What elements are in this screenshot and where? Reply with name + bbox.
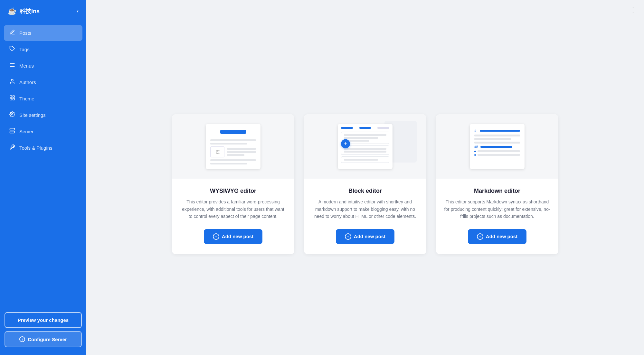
text-line xyxy=(474,135,520,136)
list-dot xyxy=(474,154,476,156)
block-desc: A modern and intuitive editor with short… xyxy=(304,198,426,220)
text-line xyxy=(210,139,256,141)
sidebar: ☕ 科技Ins ▾ Posts Tags Menus Auth xyxy=(0,0,86,355)
text-line xyxy=(210,143,247,145)
sidebar-item-label: Menus xyxy=(19,63,34,69)
block-plus-icon: + xyxy=(341,139,350,148)
more-options-icon[interactable]: ⋮ xyxy=(630,6,637,14)
sidebar-item-label: Tags xyxy=(19,47,30,52)
theme-icon xyxy=(9,95,15,102)
top-bar: ⋮ xyxy=(86,0,644,14)
content-row: 🖼 xyxy=(210,146,256,157)
wysiwyg-card: 🖼 WYSIWYG editor This editor provides a … xyxy=(172,114,294,254)
sidebar-item-tags[interactable]: Tags xyxy=(4,42,82,57)
sidebar-item-label: Tools & Plugins xyxy=(19,145,52,151)
add-icon: + xyxy=(477,233,483,240)
wysiwyg-add-post-button[interactable]: + Add new post xyxy=(204,229,262,244)
md-h1: # xyxy=(474,128,520,133)
authors-icon xyxy=(9,79,15,86)
logo-icon: ☕ xyxy=(8,7,16,15)
md-list-item xyxy=(474,150,520,152)
svg-rect-7 xyxy=(13,98,14,100)
sidebar-item-label: Site settings xyxy=(19,112,46,118)
tools-icon xyxy=(9,144,15,152)
server-icon xyxy=(9,128,15,135)
markdown-preview: # ## xyxy=(470,124,525,169)
sidebar-item-authors[interactable]: Authors xyxy=(4,74,82,90)
svg-point-4 xyxy=(11,79,13,81)
text-line xyxy=(227,151,256,153)
markdown-title: Markdown editor xyxy=(474,188,520,194)
text-line xyxy=(478,150,520,152)
heading-line xyxy=(480,130,520,132)
wysiwyg-preview: 🖼 xyxy=(206,124,260,169)
sidebar-nav: Posts Tags Menus Authors Theme xyxy=(0,23,86,307)
md-list-item xyxy=(474,154,520,156)
markdown-illustration: # ## xyxy=(436,114,558,179)
sidebar-header: ☕ 科技Ins ▾ xyxy=(0,0,86,23)
menus-icon xyxy=(9,62,15,70)
text-line xyxy=(344,137,378,139)
text-line xyxy=(227,154,244,156)
text-line xyxy=(227,148,256,150)
configure-server-button[interactable]: i Configure Server xyxy=(5,331,82,347)
block-title: Block editor xyxy=(348,188,382,194)
sidebar-item-label: Theme xyxy=(19,96,34,101)
wysiwyg-illustration: 🖼 xyxy=(172,114,294,179)
main-content: ⋮ 🖼 xyxy=(86,0,644,355)
text-line xyxy=(344,159,378,161)
text-line xyxy=(344,151,386,153)
sidebar-footer: Preview your changes i Configure Server xyxy=(0,307,86,355)
text-lines xyxy=(227,148,256,156)
header-line xyxy=(359,127,371,129)
svg-rect-5 xyxy=(10,96,12,97)
heading-line xyxy=(480,146,512,148)
sidebar-item-menus[interactable]: Menus xyxy=(4,58,82,74)
wysiwyg-desc: This editor provides a familiar word-pro… xyxy=(172,198,294,220)
svg-point-9 xyxy=(12,114,13,115)
list-dot xyxy=(474,151,476,152)
sidebar-item-theme[interactable]: Theme xyxy=(4,91,82,107)
posts-icon xyxy=(9,29,15,37)
sidebar-item-posts[interactable]: Posts xyxy=(4,25,82,41)
sidebar-item-site-settings[interactable]: Site settings xyxy=(4,107,82,123)
sidebar-item-tools[interactable]: Tools & Plugins xyxy=(4,140,82,156)
block-section xyxy=(341,156,389,163)
configure-icon: i xyxy=(19,336,25,342)
text-line xyxy=(344,148,386,150)
text-line xyxy=(210,159,256,161)
block-add-post-button[interactable]: + Add new post xyxy=(336,229,394,244)
header-line xyxy=(377,127,389,129)
wysiwyg-title: WYSIWYG editor xyxy=(210,188,256,194)
svg-rect-8 xyxy=(10,98,12,100)
header-line xyxy=(341,127,353,129)
hash-symbol: # xyxy=(474,128,478,133)
block-header xyxy=(341,127,389,129)
sidebar-item-label: Posts xyxy=(19,30,32,36)
text-line xyxy=(344,134,386,136)
tags-icon xyxy=(9,46,15,53)
text-line xyxy=(474,142,520,144)
settings-icon xyxy=(9,111,15,119)
dropdown-icon[interactable]: ▾ xyxy=(77,9,79,14)
add-icon: + xyxy=(345,233,351,240)
block-illustration: + xyxy=(304,114,426,179)
text-line xyxy=(478,154,520,156)
md-h2: ## xyxy=(474,145,520,149)
site-title: 科技Ins xyxy=(20,7,73,15)
sidebar-item-label: Authors xyxy=(19,79,36,85)
text-line xyxy=(210,163,247,164)
hash-symbol: ## xyxy=(474,145,479,149)
sidebar-item-label: Server xyxy=(19,129,33,134)
block-editor-card: + xyxy=(304,114,426,254)
tooltip-bar xyxy=(220,130,246,134)
text-line xyxy=(474,138,511,140)
svg-rect-6 xyxy=(13,96,14,97)
add-icon: + xyxy=(213,233,219,240)
markdown-add-post-button[interactable]: + Add new post xyxy=(468,229,526,244)
markdown-desc: This editor supports Markdown syntax as … xyxy=(436,198,558,220)
sidebar-item-server[interactable]: Server xyxy=(4,124,82,139)
preview-button[interactable]: Preview your changes xyxy=(5,312,82,328)
image-placeholder: 🖼 xyxy=(210,146,224,157)
markdown-card: # ## xyxy=(436,114,558,254)
